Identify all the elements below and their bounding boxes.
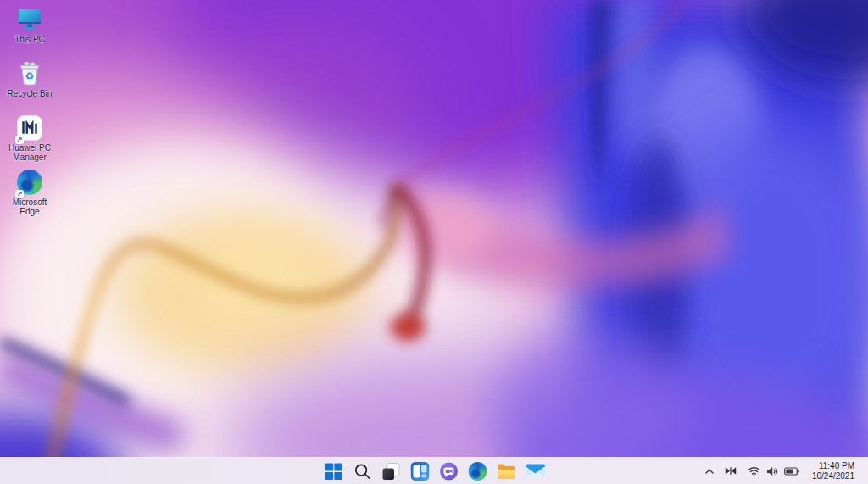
desktop-icon-label: Recycle Bin [8,89,53,98]
search-button[interactable] [350,459,375,482]
desktop-icon-label: This PC [14,35,45,44]
wifi-icon [748,466,760,476]
tray-chevron-button[interactable] [701,460,718,481]
volume-icon [766,466,778,476]
wallpaper [0,0,868,484]
shortcut-arrow-icon: ↗ [15,190,24,198]
clock-date: 10/24/2021 [812,471,854,481]
chat-button[interactable] [437,459,461,482]
tray-status-group[interactable] [743,466,804,476]
chevron-up-icon [704,467,715,476]
this-pc-icon [16,8,43,31]
start-button[interactable] [321,459,346,482]
taskbar-center-icons [321,458,548,484]
clock-time: 11:40 PM [819,461,854,471]
recycle-glyph: ♻ [25,70,35,82]
clock[interactable]: 11:40 PM 10/24/2021 [807,461,860,481]
desktop-icon-grid: This PC ♻ Recycle Bin [2,3,58,220]
task-view-icon [381,462,400,481]
file-explorer-button[interactable] [494,459,519,482]
file-explorer-icon [496,463,516,480]
desktop-icon-this-pc[interactable]: This PC [2,3,58,58]
mail-button[interactable] [523,459,548,482]
edge-taskbar-button[interactable] [465,459,490,482]
desktop-icon-microsoft-edge[interactable]: ↗ Microsoft Edge [2,166,58,220]
recycle-bin-icon: ♻ [17,60,42,87]
mail-icon [525,464,545,478]
tray-huawei-pc-manager-button[interactable] [721,460,740,481]
task-view-button[interactable] [379,459,403,482]
edge-icon [468,462,487,481]
system-tray: 11:40 PM 10/24/2021 [701,458,868,484]
search-icon [353,462,371,481]
desktop-icon-recycle-bin[interactable]: ♻ Recycle Bin [2,58,58,112]
desktop-icon-label: Microsoft Edge [3,197,57,216]
wallpaper-art [0,0,868,484]
battery-icon [784,467,799,476]
taskbar: 11:40 PM 10/24/2021 [0,457,868,484]
windows-desktop: This PC ♻ Recycle Bin [0,0,868,484]
huawei-pc-manager-tray-icon [725,466,737,476]
windows-start-icon [324,462,342,481]
chat-icon [439,462,458,481]
shortcut-arrow-icon: ↗ [15,136,24,144]
desktop-icon-huawei-pc-manager[interactable]: ↗ Huawei PC Manager [2,112,58,166]
desktop-icon-label: Huawei PC Manager [3,143,57,162]
widgets-button[interactable] [408,459,432,482]
widgets-icon [410,462,429,481]
